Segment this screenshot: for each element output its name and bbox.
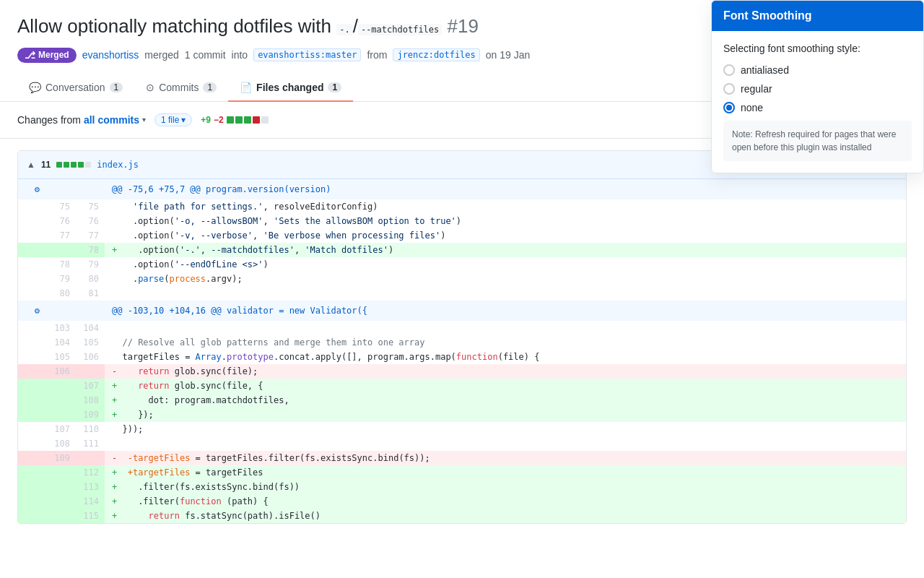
- pr-meta-from: from: [367, 49, 387, 61]
- diff-row-addition: 114 + .filter(function (path) {: [18, 494, 906, 509]
- diff-row-addition: 112 + +targetFiles = targetFiles: [18, 465, 906, 480]
- file-collapse-button[interactable]: ▲: [27, 160, 35, 170]
- popup-header: Font Smoothing: [712, 1, 923, 31]
- tab-commits-label: Commits: [159, 82, 199, 93]
- deletions-count: −2: [214, 115, 224, 125]
- radio-antialiased-circle: [723, 64, 735, 76]
- tab-files-changed-count: 1: [328, 82, 341, 92]
- font-smoothing-popup: Font Smoothing Selecting font smoothing …: [711, 0, 924, 173]
- file-diff-block-3: [71, 162, 77, 168]
- file-diff-block-4: [78, 162, 84, 168]
- diff-row-deletion: 109 - -targetFiles = targetFiles.filter(…: [18, 451, 906, 465]
- radio-regular[interactable]: regular: [723, 83, 912, 95]
- file-name[interactable]: index.js: [97, 160, 139, 170]
- radio-none[interactable]: none: [723, 102, 912, 113]
- file-count-arrow: ▾: [181, 115, 186, 125]
- radio-none-label: none: [741, 102, 763, 113]
- diff-row: 108 111: [18, 436, 906, 451]
- popup-body: Selecting font smoothing style: antialia…: [712, 31, 923, 173]
- settings-icon-2[interactable]: ⚙: [18, 301, 47, 321]
- diff-row: 103 104: [18, 321, 906, 335]
- tab-commits-count: 1: [203, 82, 217, 92]
- diff-block-2: [235, 116, 243, 124]
- diff-row-addition: 113 + .filter(fs.existsSync.bind(fs)): [18, 480, 906, 494]
- diff-row: 107 110 }));: [18, 422, 906, 436]
- tab-commits[interactable]: ⊙ Commits 1: [134, 74, 228, 102]
- hunk-left-1: [47, 179, 76, 199]
- diff-row: 105 106 targetFiles = Array.prototype.co…: [18, 350, 906, 364]
- all-commits-link[interactable]: all commits: [84, 114, 139, 126]
- diff-block-4: [253, 116, 260, 124]
- diff-block-5: [261, 116, 269, 124]
- file-diff-bar: [56, 162, 91, 168]
- pr-commit-count: 1 commit: [185, 49, 226, 61]
- popup-title: Font Smoothing: [723, 9, 812, 22]
- commits-dropdown-arrow[interactable]: ▾: [142, 116, 146, 124]
- diff-bar: [227, 116, 269, 124]
- popup-subtitle: Selecting font smoothing style:: [723, 43, 912, 54]
- radio-none-circle: [723, 102, 735, 113]
- pr-meta-text: merged: [144, 49, 178, 61]
- diff-block-1: [227, 116, 234, 124]
- tab-conversation-label: Conversation: [45, 82, 105, 93]
- diff-row-addition: 107 + return glob.sync(file, {: [18, 379, 906, 393]
- pr-meta-into: into: [232, 49, 248, 61]
- popup-note: Note: Refresh required for pages that we…: [723, 121, 912, 161]
- diff-row: 77 77 .option('-v, --verbose', 'Be verbo…: [18, 228, 906, 243]
- additions-count: +9: [201, 115, 211, 125]
- hunk-right-1: [76, 179, 105, 199]
- diff-row: 104 105 // Resolve all glob patterns and…: [18, 335, 906, 350]
- radio-antialiased-label: antialiased: [741, 64, 789, 76]
- file-diff-block-1: [56, 162, 62, 168]
- pr-author[interactable]: evanshortiss: [82, 49, 139, 61]
- diff-row-deletion: 106 - return glob.sync(file);: [18, 364, 906, 379]
- page-container: Allow optionally matching dotfiles with …: [0, 0, 924, 578]
- commits-icon: ⊙: [146, 82, 154, 93]
- file-diff-block-2: [64, 162, 69, 168]
- pr-base-branch[interactable]: evanshortiss:master: [253, 48, 361, 61]
- file-lines-changed: 11: [41, 160, 51, 170]
- popup-overlay: Font Smoothing Selecting font smoothing …: [711, 0, 924, 217]
- diff-row: 79 80 .parse(process.argv);: [18, 272, 906, 286]
- tab-files-changed[interactable]: 📄 Files changed 1: [228, 74, 353, 102]
- diff-row-addition: 78 + .option('-.', --matchdotfiles', 'Ma…: [18, 243, 906, 257]
- tab-conversation[interactable]: 💬 Conversation 1: [17, 74, 134, 102]
- merged-badge: ⎇ Merged: [17, 48, 77, 63]
- tab-conversation-count: 1: [110, 82, 123, 92]
- radio-regular-circle: [723, 83, 735, 95]
- merge-icon: ⎇: [25, 50, 35, 61]
- files-changed-icon: 📄: [240, 82, 252, 93]
- diff-block-3: [244, 116, 251, 124]
- pr-number: #19: [448, 15, 479, 37]
- diff-row-addition: 115 + return fs.statSync(path).isFile(): [18, 509, 906, 523]
- changes-from-text: Changes from all commits ▾: [17, 114, 146, 126]
- file-count-dropdown[interactable]: 1 file ▾: [154, 113, 192, 126]
- diff-row-addition: 109 + });: [18, 407, 906, 422]
- pr-date: on 19 Jan: [486, 49, 531, 61]
- file-diff-block-5: [85, 162, 91, 168]
- radio-regular-label: regular: [741, 83, 772, 95]
- pr-head-branch[interactable]: jrencz:dotfiles: [393, 48, 479, 61]
- diff-row: 80 81: [18, 286, 906, 301]
- conversation-icon: 💬: [29, 82, 41, 93]
- radio-antialiased[interactable]: antialiased: [723, 64, 912, 76]
- diff-table: ⚙ @@ -75,6 +75,7 @@ program.version(vers…: [18, 179, 906, 523]
- diff-stats: +9 −2: [201, 115, 268, 125]
- hunk-row-2: ⚙ @@ -103,10 +104,16 @@ validator = new …: [18, 301, 906, 321]
- diff-row: 78 79 .option('--endOfLine <s>'): [18, 257, 906, 272]
- tab-files-changed-label: Files changed: [256, 82, 323, 93]
- diff-row-addition: 108 + dot: program.matchdotfiles,: [18, 393, 906, 407]
- settings-icon-1[interactable]: ⚙: [18, 179, 47, 199]
